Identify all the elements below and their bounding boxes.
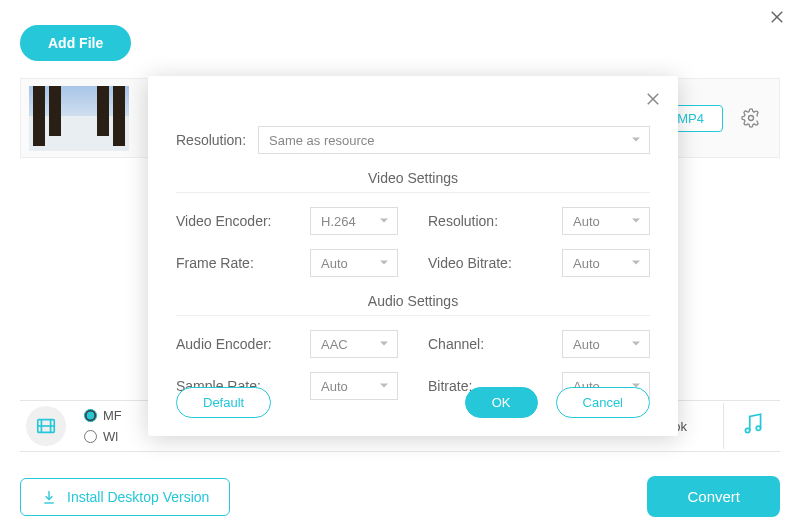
ok-button[interactable]: OK [465,387,538,418]
audio-encoder-select[interactable]: AAC [310,330,398,358]
resolution-main-select[interactable]: Same as resource [258,126,650,154]
chevron-down-icon [379,214,389,229]
frame-rate-label: Frame Rate: [176,255,254,271]
convert-button[interactable]: Convert [647,476,780,517]
audio-encoder-label: Audio Encoder: [176,336,272,352]
chevron-down-icon [631,337,641,352]
frame-rate-select[interactable]: Auto [310,249,398,277]
audio-tab-icon[interactable] [740,411,766,441]
settings-gear-icon[interactable] [737,104,765,132]
resolution-main-label: Resolution: [176,132,246,148]
install-desktop-button[interactable]: Install Desktop Version [20,478,230,516]
video-encoder-label: Video Encoder: [176,213,271,229]
video-resolution-select[interactable]: Auto [562,207,650,235]
format-radio-2-input[interactable] [84,430,97,443]
svg-point-7 [745,428,749,432]
format-radio-1-input[interactable] [84,409,97,422]
chevron-down-icon [631,256,641,271]
format-radio-1[interactable]: MF [84,408,122,423]
download-icon [41,489,57,505]
chevron-down-icon [379,256,389,271]
channel-label: Channel: [428,336,484,352]
video-resolution-label: Resolution: [428,213,498,229]
video-encoder-select[interactable]: H.264 [310,207,398,235]
default-button[interactable]: Default [176,387,271,418]
format-radio-2-label: Wl [103,429,118,444]
audio-settings-heading: Audio Settings [176,293,650,316]
chevron-down-icon [379,337,389,352]
svg-point-8 [756,426,760,430]
install-desktop-label: Install Desktop Version [67,489,209,505]
video-settings-heading: Video Settings [176,170,650,193]
video-thumbnail[interactable] [29,86,129,151]
resolution-main-value: Same as resource [269,133,375,148]
cancel-button[interactable]: Cancel [556,387,650,418]
svg-point-2 [749,116,754,121]
format-radio-2[interactable]: Wl [84,429,122,444]
add-file-button[interactable]: Add File [20,25,131,61]
format-radio-1-label: MF [103,408,122,423]
chevron-down-icon [631,214,641,229]
tab-divider [723,403,724,449]
dialog-close-icon[interactable] [644,90,662,112]
video-bitrate-select[interactable]: Auto [562,249,650,277]
footer: Install Desktop Version Convert [20,476,780,517]
video-bitrate-label: Video Bitrate: [428,255,512,271]
chevron-down-icon [631,133,641,148]
channel-select[interactable]: Auto [562,330,650,358]
settings-dialog: Resolution: Same as resource Video Setti… [148,76,678,436]
video-tab-icon[interactable] [26,406,66,446]
app-close-icon[interactable] [768,8,786,30]
